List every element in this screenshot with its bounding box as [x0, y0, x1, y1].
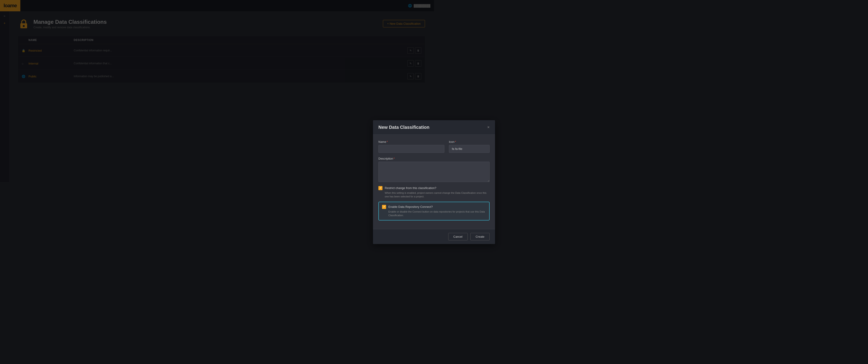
modal-body: Name* Icon* Description* [373, 135, 434, 182]
form-group-name: Name* [378, 140, 434, 153]
desc-required: * [394, 157, 395, 160]
new-classification-modal: New Data Classification × Name* Icon* [373, 120, 434, 182]
form-name-icon-row: Name* Icon* [378, 140, 434, 153]
name-label: Name* [378, 140, 434, 143]
name-input[interactable] [378, 145, 434, 153]
description-label: Description* [378, 157, 434, 160]
modal-overlay: New Data Classification × Name* Icon* [0, 0, 434, 182]
form-group-description: Description* [378, 157, 434, 182]
description-input[interactable] [378, 162, 434, 182]
modal-header: New Data Classification × [373, 120, 434, 135]
modal-title: New Data Classification [378, 125, 430, 130]
name-required: * [387, 140, 388, 143]
